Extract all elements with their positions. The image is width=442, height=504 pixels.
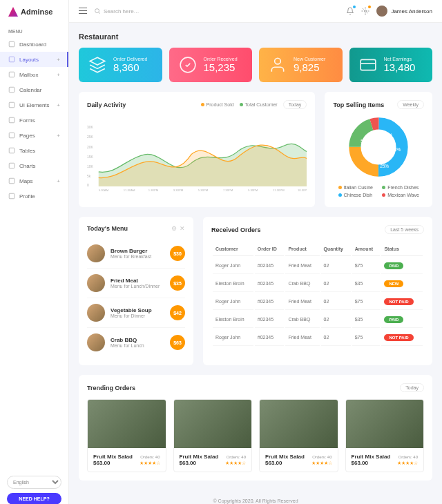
sidebar-item-dashboard[interactable]: Dashboard <box>0 37 68 52</box>
settings-icon[interactable] <box>361 7 369 15</box>
sidebar-item-tables[interactable]: Tables <box>0 143 68 158</box>
price-badge: $63 <box>170 335 185 350</box>
nav-icon <box>8 132 15 139</box>
nav-icon <box>8 162 15 169</box>
sidebar-item-mailbox[interactable]: Mailbox+ <box>0 67 68 82</box>
menu-label: MENU <box>0 23 68 37</box>
trending-card: Trending Orders Today Fruit Mix SaladOrd… <box>79 375 432 481</box>
svg-text:7.30PM: 7.30PM <box>223 188 233 192</box>
svg-text:9.30AM: 9.30AM <box>99 188 109 192</box>
rating-stars: ★★★★☆ <box>140 461 160 466</box>
trending-filter[interactable]: Today <box>400 383 424 392</box>
svg-rect-4 <box>9 102 15 108</box>
trending-title: Trending Orders <box>87 385 135 391</box>
language-select[interactable]: English <box>7 476 61 489</box>
sidebar: Adminse MENU DashboardLayouts+Mailbox+Ca… <box>0 0 69 504</box>
sidebar-item-forms[interactable]: Forms <box>0 113 68 128</box>
expand-icon: + <box>57 57 60 63</box>
sidebar-item-charts[interactable]: Charts <box>0 158 68 173</box>
stat-card: Order Received15,235 <box>169 48 253 82</box>
svg-text:0: 0 <box>87 183 89 187</box>
top-selling-filter[interactable]: Weekly <box>397 100 424 109</box>
help-button[interactable]: NEED HELP? <box>7 493 61 504</box>
svg-rect-3 <box>9 87 15 93</box>
svg-text:5%: 5% <box>386 133 393 137</box>
table-row[interactable]: Roger John#02345Fried Meat02$75NOT PAID <box>213 293 423 310</box>
table-row[interactable]: Eleston Broin#02345Crab BBQ02$35NEW <box>213 275 423 292</box>
table-row[interactable]: Roger John#02345Fried Meat02$75PAID <box>213 258 423 274</box>
logo[interactable]: Adminse <box>0 0 68 23</box>
user-name: James Anderson <box>391 8 432 14</box>
search-icon <box>94 8 101 14</box>
svg-rect-2 <box>9 72 15 77</box>
nav-icon <box>8 41 15 48</box>
stat-card: Order Delivered8,360 <box>79 48 162 82</box>
svg-text:30K: 30K <box>87 125 94 129</box>
stat-icon <box>359 56 377 74</box>
activity-chart: 30K25K20K15K10K5k0 9.30AM11.30AM1.30PM3.… <box>87 116 307 199</box>
trending-item[interactable]: Fruit Mix SaladOrders: 40$63.00★★★★☆ <box>173 399 253 472</box>
received-orders-title: Received Orders <box>211 226 261 233</box>
table-row[interactable]: Eleston Broin#02345Crab BBQ02$35PAID <box>213 311 423 328</box>
menu-toggle-icon[interactable] <box>79 8 87 14</box>
sidebar-item-maps[interactable]: Maps+ <box>0 173 68 188</box>
food-image <box>174 400 252 448</box>
svg-rect-15 <box>361 59 376 70</box>
rating-stars: ★★★★☆ <box>397 461 418 466</box>
nav-icon <box>8 177 15 184</box>
expand-icon: + <box>57 72 60 78</box>
topbar: Search here… James Anderson <box>69 0 442 23</box>
food-image <box>87 304 105 322</box>
status-badge: PAID <box>384 262 403 269</box>
sidebar-item-layouts[interactable]: Layouts+ <box>0 52 68 67</box>
todays-menu-title: Today's Menu <box>87 225 128 232</box>
stats-row: Order Delivered8,360Order Received15,235… <box>79 48 432 82</box>
notifications-icon[interactable] <box>346 7 354 15</box>
svg-rect-6 <box>9 133 15 138</box>
top-selling-card: Top Selling Items Weekly 50% 5% 20% 2 <box>325 92 432 207</box>
sidebar-item-ui-elements[interactable]: UI Elements+ <box>0 97 68 113</box>
svg-text:25%: 25% <box>380 164 389 168</box>
stat-icon <box>179 56 197 74</box>
logo-icon <box>8 7 18 17</box>
svg-rect-9 <box>9 178 15 184</box>
close-icon[interactable]: ✕ <box>180 225 185 232</box>
trending-item[interactable]: Fruit Mix SaladOrders: 40$63.00★★★★☆ <box>87 399 166 472</box>
user-menu[interactable]: James Anderson <box>376 6 432 17</box>
table-row[interactable]: Roger John#02345Fried Meat02$75NOT PAID <box>213 329 423 346</box>
orders-filter[interactable]: Last 5 weeks <box>385 225 424 234</box>
nav-icon <box>8 71 15 78</box>
stat-card: New Customer9,825 <box>259 48 343 82</box>
svg-rect-5 <box>9 117 15 123</box>
search-input[interactable]: Search here… <box>94 8 140 14</box>
nav-icon <box>8 147 15 154</box>
sidebar-item-calendar[interactable]: Calendar <box>0 82 68 97</box>
svg-point-12 <box>365 10 367 12</box>
sidebar-item-profile[interactable]: Profile <box>0 188 68 204</box>
nav-icon <box>8 86 15 93</box>
status-badge: NEW <box>384 280 403 287</box>
settings-icon[interactable]: ⚙ <box>171 225 177 232</box>
svg-text:5.30PM: 5.30PM <box>198 188 209 192</box>
trending-item[interactable]: Fruit Mix SaladOrders: 40$63.00★★★★☆ <box>259 399 338 472</box>
orders-table: CustomerOrder IDProductQuantityAmountSta… <box>211 241 424 347</box>
svg-text:1.30PM: 1.30PM <box>148 188 159 192</box>
svg-rect-8 <box>9 163 15 168</box>
donut-chart: 50% 5% 20% 25% Italian CusineFrench Dish… <box>333 116 424 197</box>
menu-item[interactable]: Crab BBQMenu for Lunch$63 <box>87 328 185 357</box>
status-badge: NOT PAID <box>384 298 413 305</box>
svg-text:11.30AM: 11.30AM <box>124 188 135 192</box>
daily-activity-filter[interactable]: Today <box>283 100 307 109</box>
menu-item[interactable]: Fried MeatMenu for Lunch/Dinner$35 <box>87 269 185 298</box>
sidebar-item-pages[interactable]: Pages+ <box>0 128 68 143</box>
menu-item[interactable]: Vegetable SoupMenu for Dinner$42 <box>87 298 185 328</box>
top-selling-title: Top Selling Items <box>333 101 384 108</box>
menu-item[interactable]: Brown BurgerMenu for Breakfast$30 <box>87 239 185 269</box>
svg-text:9.30PM: 9.30PM <box>248 188 258 192</box>
svg-text:10.30PM: 10.30PM <box>298 188 307 192</box>
trending-item[interactable]: Fruit Mix SaladOrders: 40$63.00★★★★☆ <box>345 399 425 472</box>
avatar <box>376 6 387 17</box>
food-image <box>346 400 424 448</box>
nav-icon <box>8 117 15 124</box>
todays-menu-card: Today's Menu ⚙ ✕ Brown BurgerMenu for Br… <box>79 217 193 365</box>
